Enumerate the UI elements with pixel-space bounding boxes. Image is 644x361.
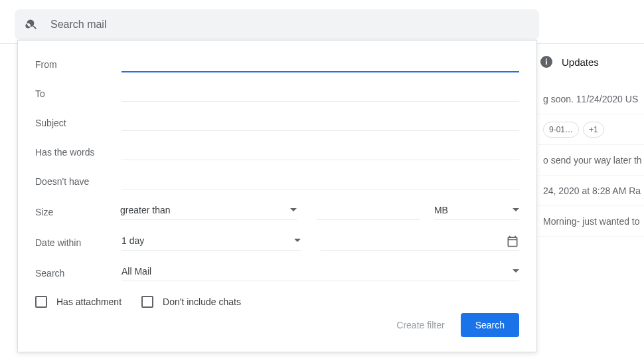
doesnt-have-label: Doesn't have [35, 176, 121, 189]
search-button[interactable]: Search [461, 313, 519, 337]
advanced-search-panel: From To Subject Has the words Doesn't ha… [17, 40, 537, 352]
snippet: Morning- just wanted to [543, 216, 640, 227]
has-attachment-checkbox[interactable]: Has attachment [35, 296, 121, 308]
from-input[interactable] [121, 55, 519, 72]
search-in-dropdown[interactable]: All Mail [121, 263, 519, 281]
snippet: g soon. 11/24/2020 US [543, 94, 638, 104]
search-placeholder: Search mail [50, 19, 106, 31]
snippet: 24, 2020 at 8:28 AM Ra [543, 185, 641, 196]
to-label: To [35, 88, 121, 102]
date-range-value: 1 day [121, 235, 144, 246]
has-words-input[interactable] [121, 143, 519, 160]
search-in-label: Search [35, 268, 121, 281]
subject-input[interactable] [121, 114, 519, 131]
info-icon: i [540, 56, 552, 68]
chevron-down-icon [294, 239, 301, 243]
size-unit-dropdown[interactable]: MB [434, 201, 519, 220]
doesnt-have-input[interactable] [121, 172, 519, 189]
date-value-input[interactable] [321, 233, 519, 251]
from-label: From [35, 59, 121, 72]
chevron-down-icon [513, 269, 519, 273]
exclude-chats-label: Don't include chats [163, 297, 241, 307]
more-chip[interactable]: +1 [583, 122, 604, 138]
attachment-chip[interactable]: 9-01… [543, 122, 579, 138]
tab-updates-label: Updates [562, 57, 599, 68]
to-input[interactable] [121, 84, 519, 102]
size-label: Size [35, 207, 120, 220]
size-operator-dropdown[interactable]: greater than [120, 201, 297, 220]
size-operator-value: greater than [120, 205, 171, 215]
checkbox-box [141, 296, 153, 308]
checkbox-box [35, 296, 47, 308]
chevron-down-icon [513, 208, 519, 212]
has-attachment-label: Has attachment [56, 297, 121, 307]
create-filter-button: Create filter [396, 320, 444, 330]
snippet: o send your way later th [543, 155, 642, 166]
chevron-down-icon [290, 208, 297, 212]
search-bar[interactable]: Search mail [15, 9, 539, 40]
background-mail-list: i Updates g soon. 11/24/2020 US 9-01… +1… [538, 40, 644, 361]
search-in-value: All Mail [121, 266, 151, 277]
has-words-label: Has the words [35, 147, 121, 160]
date-within-label: Date within [35, 237, 121, 251]
tab-updates[interactable]: i Updates [538, 40, 644, 84]
size-value-input[interactable] [317, 203, 420, 220]
size-unit-value: MB [434, 205, 448, 215]
exclude-chats-checkbox[interactable]: Don't include chats [141, 296, 241, 308]
search-icon [25, 18, 39, 31]
calendar-icon[interactable] [506, 235, 519, 250]
date-range-dropdown[interactable]: 1 day [121, 232, 301, 251]
subject-label: Subject [35, 118, 121, 131]
